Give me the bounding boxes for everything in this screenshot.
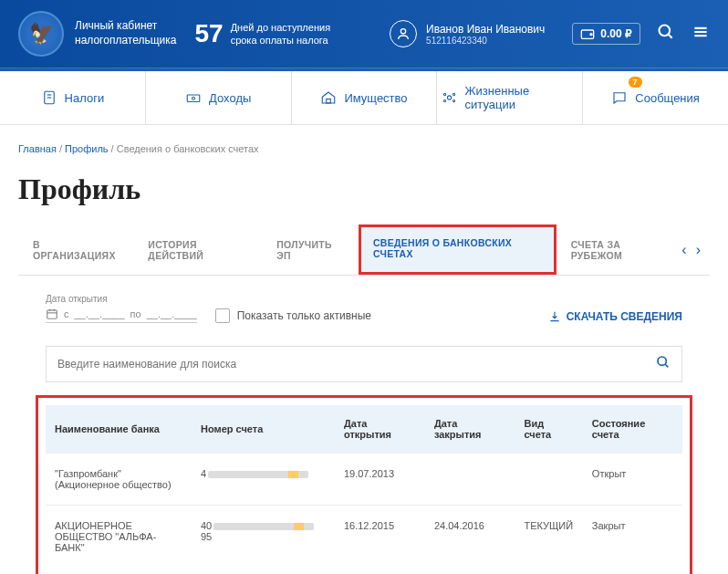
tabs: В ОРГАНИЗАЦИЯХ ИСТОРИЯ ДЕЙСТВИЙ ПОЛУЧИТЬ… <box>18 224 710 276</box>
wallet-button[interactable]: 0.00 ₽ <box>572 23 640 45</box>
svg-rect-11 <box>187 95 200 102</box>
svg-point-3 <box>660 26 671 37</box>
svg-point-18 <box>453 100 455 102</box>
page-title: Профиль <box>18 172 710 206</box>
masked-account-icon <box>208 471 308 478</box>
nav-messages[interactable]: 7 Сообщения <box>583 71 728 124</box>
search-box <box>46 346 682 382</box>
property-icon <box>320 89 337 106</box>
cell-account: 4 <box>192 454 335 506</box>
table-row: "Газпромбанк" (Акционерное общество) 4 1… <box>46 454 682 506</box>
menu-button[interactable] <box>692 23 710 45</box>
countdown-days: 57 <box>194 19 223 48</box>
date-range: Дата открытия с __.__.____ по __.__.____ <box>46 294 197 323</box>
income-icon <box>185 89 202 106</box>
user-id: 512116423340 <box>426 36 545 46</box>
download-button[interactable]: СКАЧАТЬ СВЕДЕНИЯ <box>548 310 682 323</box>
logo-seal-icon: 🦅 <box>18 11 64 57</box>
situations-icon <box>442 89 457 106</box>
logo-line1: Личный кабинет <box>75 19 176 34</box>
nav-property[interactable]: Имущество <box>292 71 438 124</box>
navbar: Налоги Доходы Имущество Жизненные ситуац… <box>0 68 728 125</box>
svg-point-12 <box>192 97 195 99</box>
svg-point-0 <box>400 29 405 34</box>
cell-closed <box>425 454 515 506</box>
logo-line2: налогоплательщика <box>75 34 176 48</box>
filters: Дата открытия с __.__.____ по __.__.____… <box>18 276 710 332</box>
active-only-checkbox[interactable]: Показать только активные <box>215 308 371 323</box>
masked-account-icon <box>213 523 314 530</box>
th-closed[interactable]: Дата закрытия <box>425 405 515 454</box>
user-block[interactable]: Иванов Иван Иванович 512116423340 <box>380 16 554 52</box>
cell-type <box>515 454 582 506</box>
nav-situations[interactable]: Жизненные ситуации <box>437 71 583 124</box>
date-label: Дата открытия <box>46 294 197 304</box>
tab-get-ep[interactable]: ПОЛУЧИТЬ ЭП <box>262 226 359 274</box>
nav-income[interactable]: Доходы <box>146 71 292 124</box>
cell-opened: 19.07.2013 <box>335 454 425 506</box>
tab-bank-accounts[interactable]: СВЕДЕНИЯ О БАНКОВСКИХ СЧЕТАХ <box>359 224 556 275</box>
active-only-label: Показать только активные <box>237 309 371 322</box>
search-input[interactable] <box>47 347 645 381</box>
nav-label: Доходы <box>209 91 251 105</box>
cell-opened: 16.12.2015 <box>335 506 425 569</box>
download-label: СКАЧАТЬ СВЕДЕНИЯ <box>567 310 682 323</box>
cell-state: Закрыт <box>583 506 682 569</box>
svg-point-23 <box>658 357 666 365</box>
nav-label: Сообщения <box>635 91 700 105</box>
search-button[interactable] <box>657 23 675 45</box>
breadcrumb-home[interactable]: Главная <box>18 143 57 154</box>
svg-point-15 <box>444 93 446 95</box>
accounts-table-wrap: Наименование банка Номер счета Дата откр… <box>46 405 682 568</box>
cell-account: 4095 <box>192 506 335 569</box>
tab-foreign-accounts[interactable]: СЧЕТА ЗА РУБЕЖОМ <box>556 226 682 274</box>
date-to-prefix: по <box>130 308 141 319</box>
wallet-balance: 0.00 ₽ <box>600 27 632 40</box>
breadcrumb-current: Сведения о банковских счетах <box>117 143 259 154</box>
svg-point-14 <box>448 96 452 99</box>
date-from-prefix: с <box>64 308 69 319</box>
taxes-icon <box>41 89 57 106</box>
content: Главная / Профиль / Сведения о банковски… <box>0 125 728 574</box>
cell-state: Открыт <box>583 454 682 506</box>
th-bank[interactable]: Наименование банка <box>46 405 192 454</box>
breadcrumb-parent[interactable]: Профиль <box>65 143 109 154</box>
msg-badge: 7 <box>629 77 642 88</box>
svg-point-17 <box>444 100 446 102</box>
tab-history[interactable]: ИСТОРИЯ ДЕЙСТВИЙ <box>133 226 262 274</box>
svg-point-16 <box>453 93 455 95</box>
svg-rect-13 <box>327 99 331 104</box>
nav-label: Жизненные ситуации <box>465 84 578 111</box>
th-state[interactable]: Состояние счета <box>583 405 682 454</box>
avatar-icon <box>390 20 417 47</box>
calendar-icon[interactable] <box>46 308 58 320</box>
logo-text: Личный кабинет налогоплательщика <box>75 19 176 47</box>
tab-prev-icon[interactable]: ‹ <box>681 242 686 258</box>
countdown: 57 Дней до наступления срока оплаты нало… <box>194 19 330 48</box>
cell-type: ТЕКУЩИЙ <box>515 506 582 569</box>
table-row: АКЦИОНЕРНОЕ ОБЩЕСТВО "АЛЬФА-БАНК" 4095 1… <box>46 506 682 569</box>
cell-closed: 24.04.2016 <box>425 506 515 569</box>
user-name: Иванов Иван Иванович <box>426 23 545 36</box>
accounts-table: Наименование банка Номер счета Дата откр… <box>46 405 682 568</box>
tab-organizations[interactable]: В ОРГАНИЗАЦИЯХ <box>18 226 133 274</box>
nav-taxes[interactable]: Налоги <box>0 71 146 124</box>
download-icon <box>548 310 561 323</box>
nav-label: Имущество <box>344 91 407 105</box>
tab-next-icon[interactable]: › <box>696 242 701 258</box>
svg-point-2 <box>590 34 592 36</box>
search-icon[interactable] <box>645 355 681 373</box>
date-from-input[interactable]: __.__.____ <box>75 308 125 319</box>
checkbox-icon <box>215 308 230 323</box>
th-account[interactable]: Номер счета <box>192 405 335 454</box>
table-header-row: Наименование банка Номер счета Дата откр… <box>46 405 682 454</box>
messages-icon <box>611 89 628 106</box>
svg-line-24 <box>665 364 668 367</box>
cell-bank: АКЦИОНЕРНОЕ ОБЩЕСТВО "АЛЬФА-БАНК" <box>46 506 192 569</box>
countdown-text2: срока оплаты налога <box>231 34 330 47</box>
th-type[interactable]: Вид счета <box>515 405 582 454</box>
nav-label: Налоги <box>65 91 105 105</box>
date-to-input[interactable]: __.__.____ <box>147 308 197 319</box>
th-opened[interactable]: Дата открытия <box>335 405 425 454</box>
svg-line-4 <box>669 35 672 38</box>
